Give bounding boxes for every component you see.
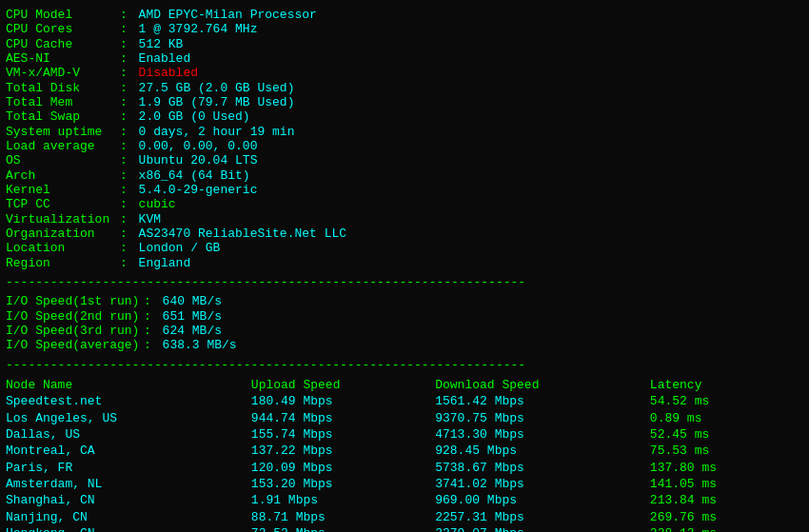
node-name: Montreal, CA — [6, 443, 251, 459]
row-colon: : — [120, 197, 135, 211]
info-row: Load average: 0.00, 0.00, 0.00 — [6, 139, 803, 153]
info-row: Region: England — [6, 256, 803, 270]
row-value: 1.9 GB (79.7 MB Used) — [139, 95, 295, 109]
node-name: Hongkong, CN — [6, 525, 251, 532]
latency: 75.53 ms — [650, 443, 803, 459]
row-label: OS — [6, 153, 120, 167]
info-row: TCP CC: cubic — [6, 197, 803, 211]
info-row: Arch: x86_64 (64 Bit) — [6, 168, 803, 183]
row-value: AS23470 ReliableSite.Net LLC — [139, 227, 346, 241]
row-label: AES-NI — [6, 51, 120, 66]
upload-speed: 137.22 Mbps — [251, 443, 435, 459]
info-row: System uptime: 0 days, 2 hour 19 min — [6, 125, 803, 139]
row-label: Total Mem — [6, 95, 120, 109]
info-row: Total Disk: 27.5 GB (2.0 GB Used) — [6, 81, 803, 95]
download-speed: 928.45 Mbps — [435, 443, 650, 459]
speedtest-table: Node NameUpload SpeedDownload SpeedLaten… — [6, 377, 803, 532]
row-value: 512 KB — [139, 37, 184, 51]
row-colon: : — [120, 22, 135, 36]
info-row: Virtualization: KVM — [6, 212, 803, 227]
upload-speed: 155.74 Mbps — [251, 426, 435, 443]
row-colon: : — [120, 81, 135, 95]
info-row: Location: London / GB — [6, 241, 803, 255]
download-speed: 2257.31 Mbps — [435, 509, 650, 525]
table-row: Speedtest.net180.49 Mbps1561.42 Mbps54.5… — [6, 393, 803, 409]
row-value: 0 days, 2 hour 19 min — [139, 125, 295, 139]
col-header-download: Download Speed — [435, 377, 650, 393]
row-colon: : — [120, 212, 135, 227]
io-colon: : — [144, 309, 159, 324]
row-colon: : — [120, 256, 135, 270]
download-speed: 9370.75 Mbps — [435, 410, 650, 426]
row-value: Enabled — [139, 51, 191, 66]
info-row: Total Swap: 2.0 GB (0 Used) — [6, 109, 803, 124]
row-colon: : — [120, 51, 135, 66]
io-row: I/O Speed(3rd run) : 624 MB/s — [6, 324, 803, 338]
download-speed: 3741.02 Mbps — [435, 476, 650, 492]
io-label: I/O Speed(average) — [6, 338, 144, 352]
node-name: Dallas, US — [6, 426, 251, 443]
latency: 269.76 ms — [650, 509, 803, 525]
latency: 52.45 ms — [650, 426, 803, 443]
row-label: Total Disk — [6, 81, 120, 95]
row-label: Organization — [6, 227, 120, 241]
table-row: Hongkong, CN72.52 Mbps3279.07 Mbps238.13… — [6, 525, 803, 532]
info-row: CPU Cores: 1 @ 3792.764 MHz — [6, 22, 803, 36]
info-row: Kernel: 5.4.0-29-generic — [6, 183, 803, 197]
node-name: Paris, FR — [6, 460, 251, 476]
row-colon: : — [120, 153, 135, 167]
download-speed: 1561.42 Mbps — [435, 393, 650, 409]
upload-speed: 88.71 Mbps — [251, 509, 435, 525]
row-value: Ubuntu 20.04 LTS — [139, 153, 258, 167]
row-value: 5.4.0-29-generic — [139, 183, 258, 197]
latency: 141.05 ms — [650, 476, 803, 492]
info-row: AES-NI: Enabled — [6, 51, 803, 66]
node-name: Shanghai, CN — [6, 492, 251, 508]
io-label: I/O Speed(3rd run) — [6, 324, 144, 338]
sysinfo-section: CPU Model: AMD EPYC-Milan ProcessorCPU C… — [6, 8, 803, 270]
io-colon: : — [144, 294, 159, 308]
io-colon: : — [144, 324, 159, 338]
node-name: Nanjing, CN — [6, 509, 251, 525]
row-value: 1 @ 3792.764 MHz — [139, 22, 258, 36]
row-label: Load average — [6, 139, 120, 153]
row-value: England — [139, 256, 191, 270]
node-name: Speedtest.net — [6, 393, 251, 409]
row-label: VM-x/AMD-V — [6, 66, 120, 80]
row-label: CPU Cache — [6, 37, 120, 51]
table-row: Los Angeles, US944.74 Mbps9370.75 Mbps0.… — [6, 410, 803, 426]
row-value: 2.0 GB (0 Used) — [139, 109, 250, 124]
row-colon: : — [120, 125, 135, 139]
table-row: Paris, FR120.09 Mbps5738.67 Mbps137.80 m… — [6, 460, 803, 476]
row-colon: : — [120, 109, 135, 124]
io-row: I/O Speed(1st run) : 640 MB/s — [6, 294, 803, 308]
row-label: System uptime — [6, 125, 120, 139]
divider-2: ----------------------------------------… — [6, 358, 803, 372]
upload-speed: 72.52 Mbps — [251, 525, 435, 532]
latency: 0.89 ms — [650, 410, 803, 426]
table-row: Amsterdam, NL153.20 Mbps3741.02 Mbps141.… — [6, 476, 803, 492]
upload-speed: 1.91 Mbps — [251, 492, 435, 508]
table-row: Shanghai, CN1.91 Mbps969.00 Mbps213.84 m… — [6, 492, 803, 508]
row-label: TCP CC — [6, 197, 120, 211]
io-label: I/O Speed(2nd run) — [6, 309, 144, 324]
latency: 54.52 ms — [650, 393, 803, 409]
row-colon: : — [120, 66, 135, 80]
latency: 137.80 ms — [650, 460, 803, 476]
info-row: Total Mem: 1.9 GB (79.7 MB Used) — [6, 95, 803, 109]
row-value: London / GB — [139, 241, 221, 255]
download-speed: 969.00 Mbps — [435, 492, 650, 508]
row-value: 27.5 GB (2.0 GB Used) — [139, 81, 295, 95]
node-name: Los Angeles, US — [6, 410, 251, 426]
io-value: 651 MB/s — [163, 309, 222, 324]
row-colon: : — [120, 139, 135, 153]
download-speed: 4713.30 Mbps — [435, 426, 650, 443]
download-speed: 3279.07 Mbps — [435, 525, 650, 532]
upload-speed: 944.74 Mbps — [251, 410, 435, 426]
io-value: 640 MB/s — [163, 294, 222, 308]
row-value: x86_64 (64 Bit) — [139, 168, 250, 183]
row-value: Disabled — [139, 66, 198, 80]
row-label: Kernel — [6, 183, 120, 197]
row-label: Total Swap — [6, 109, 120, 124]
latency: 213.84 ms — [650, 492, 803, 508]
